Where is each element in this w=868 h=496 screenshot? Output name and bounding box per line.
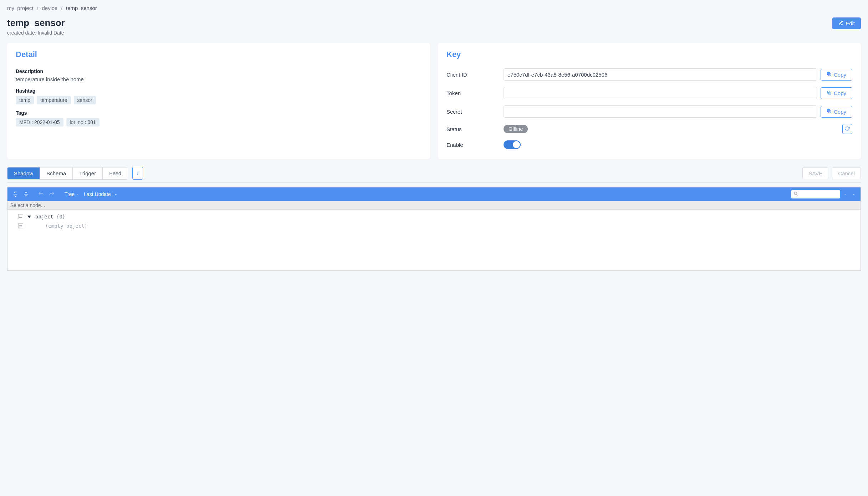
detail-heading: Detail bbox=[16, 50, 422, 59]
client-id-input[interactable] bbox=[504, 68, 817, 81]
breadcrumb-separator: / bbox=[37, 5, 38, 11]
tab-schema[interactable]: Schema bbox=[40, 167, 73, 179]
editor-toolbar: Tree Last Update : - bbox=[7, 187, 861, 201]
search-prev-button[interactable] bbox=[851, 190, 857, 198]
editor-search[interactable] bbox=[791, 190, 840, 198]
tree-row-root[interactable]: object {0} bbox=[7, 212, 861, 221]
tree-context-icon[interactable] bbox=[18, 214, 23, 219]
tab-shadow[interactable]: Shadow bbox=[7, 167, 40, 179]
client-id-label: Client ID bbox=[446, 72, 504, 78]
copy-icon bbox=[827, 72, 832, 78]
secret-input[interactable] bbox=[504, 105, 817, 118]
copy-icon bbox=[827, 90, 832, 96]
hashtag-chip: temp bbox=[16, 96, 34, 104]
editor-mode-dropdown[interactable]: Tree bbox=[62, 191, 82, 198]
tree-caret-icon[interactable] bbox=[27, 216, 31, 218]
chevron-down-icon bbox=[76, 191, 80, 197]
info-button[interactable]: i bbox=[132, 167, 143, 180]
tag-chip: lot_no : 001 bbox=[66, 118, 99, 126]
cancel-button[interactable]: Cancel bbox=[832, 167, 861, 179]
editor-mode-label: Tree bbox=[65, 191, 75, 197]
hashtag-chip: temperature bbox=[37, 96, 71, 104]
hashtag-label: Hashtag bbox=[16, 88, 422, 94]
token-label: Token bbox=[446, 90, 504, 96]
editor-tab-group: Shadow Schema Trigger Feed bbox=[7, 167, 128, 180]
token-input[interactable] bbox=[504, 87, 817, 99]
breadcrumb-separator: / bbox=[61, 5, 62, 11]
tab-trigger[interactable]: Trigger bbox=[73, 167, 103, 179]
redo-button[interactable] bbox=[47, 190, 56, 198]
refresh-status-button[interactable] bbox=[842, 124, 852, 134]
json-editor: Tree Last Update : - Select a node... bbox=[7, 187, 861, 271]
save-button[interactable]: SAVE bbox=[802, 167, 828, 179]
tree-root-label: object bbox=[35, 214, 53, 219]
tag-chip: MFD : 2022-01-05 bbox=[16, 118, 63, 126]
edit-button-label: Edit bbox=[846, 20, 855, 26]
key-card: Key Client ID Copy Token C bbox=[438, 43, 861, 159]
status-label: Status bbox=[446, 126, 504, 132]
tab-feed[interactable]: Feed bbox=[103, 167, 128, 179]
collapse-all-button[interactable] bbox=[22, 190, 30, 198]
editor-path-bar[interactable]: Select a node... bbox=[7, 201, 861, 210]
svg-point-8 bbox=[794, 192, 797, 195]
created-date: created date: Invalid Date bbox=[7, 30, 65, 36]
json-tree[interactable]: object {0} (empty object) bbox=[7, 210, 861, 270]
enable-toggle[interactable] bbox=[504, 140, 521, 149]
tree-context-icon[interactable] bbox=[18, 223, 23, 228]
copy-secret-button[interactable]: Copy bbox=[821, 106, 852, 118]
pencil-icon bbox=[838, 20, 843, 26]
copy-client-id-button[interactable]: Copy bbox=[821, 69, 852, 81]
detail-card: Detail Description temperature inside th… bbox=[7, 43, 430, 159]
tree-row-empty[interactable]: (empty object) bbox=[7, 221, 861, 231]
edit-button[interactable]: Edit bbox=[832, 17, 861, 29]
copy-icon bbox=[827, 109, 832, 115]
tags-label: Tags bbox=[16, 110, 422, 116]
tree-root-count: {0} bbox=[56, 214, 65, 219]
tree-empty-label: (empty object) bbox=[35, 223, 87, 229]
svg-line-9 bbox=[797, 194, 798, 195]
refresh-icon bbox=[845, 126, 850, 132]
expand-all-button[interactable] bbox=[11, 190, 20, 198]
undo-button[interactable] bbox=[37, 190, 45, 198]
search-icon bbox=[793, 191, 798, 197]
breadcrumb-link-device[interactable]: device bbox=[42, 5, 57, 11]
breadcrumb: my_project / device / temp_sensor bbox=[7, 5, 861, 11]
page-title: temp_sensor bbox=[7, 17, 65, 29]
breadcrumb-current: temp_sensor bbox=[66, 5, 97, 11]
copy-token-button[interactable]: Copy bbox=[821, 87, 852, 99]
status-badge: Offline bbox=[504, 125, 528, 133]
last-update-label: Last Update : - bbox=[84, 191, 117, 197]
editor-search-input[interactable] bbox=[798, 192, 838, 197]
breadcrumb-link-project[interactable]: my_project bbox=[7, 5, 33, 11]
description-label: Description bbox=[16, 68, 422, 74]
key-heading: Key bbox=[446, 50, 852, 59]
enable-label: Enable bbox=[446, 142, 504, 148]
secret-label: Secret bbox=[446, 109, 504, 115]
description-value: temperature inside the home bbox=[16, 76, 422, 82]
hashtag-chip: sensor bbox=[74, 96, 96, 104]
search-next-button[interactable] bbox=[842, 190, 848, 198]
